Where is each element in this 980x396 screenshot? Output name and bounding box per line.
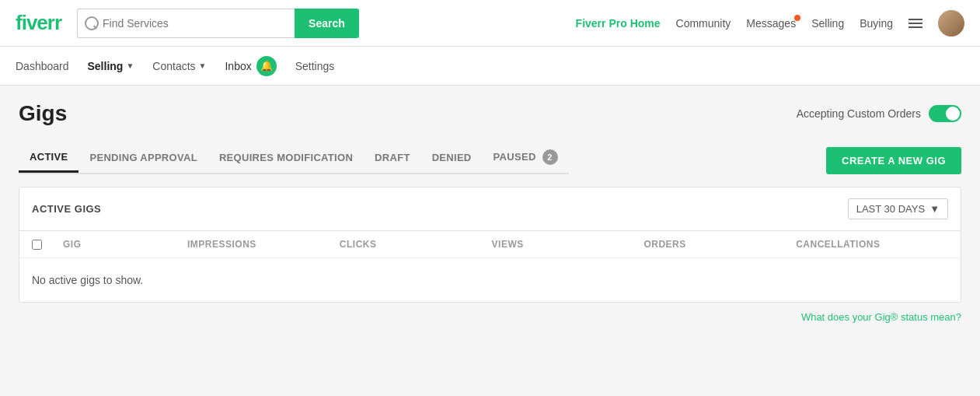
search-input[interactable] (77, 9, 295, 38)
logo[interactable]: fiverr (16, 11, 61, 35)
col-views: VIEWS (492, 239, 644, 250)
avatar-image (938, 10, 964, 37)
tab-draft[interactable]: DRAFT (364, 144, 421, 171)
col-cancellations: CANCELLATIONS (796, 239, 948, 250)
custom-orders-toggle[interactable] (929, 105, 961, 122)
paused-badge: 2 (542, 149, 558, 165)
empty-message: No active gigs to show. (19, 258, 961, 302)
col-clicks: CLICKS (340, 239, 492, 250)
nav-messages[interactable]: Messages (746, 17, 796, 30)
analytics-icon[interactable] (909, 19, 922, 28)
col-gig: GIG (63, 239, 187, 250)
nav-buying[interactable]: Buying (860, 17, 893, 30)
col-impressions: IMPRESSIONS (187, 239, 340, 250)
nav-community[interactable]: Community (676, 17, 731, 30)
gig-status-link[interactable]: What does your Gig® status mean? (801, 311, 961, 323)
secondary-nav: Dashboard Selling ▼ Contacts ▼ Inbox 🔔 S… (0, 47, 980, 86)
nav-inbox[interactable]: Inbox 🔔 (225, 56, 276, 76)
nav-pro-home[interactable]: Fiverr Pro Home (576, 17, 661, 30)
select-all-checkbox[interactable] (32, 239, 63, 250)
user-avatar[interactable] (938, 10, 964, 37)
footer-link-wrap: What does your Gig® status mean? (19, 303, 961, 323)
page-header: Gigs Accepting Custom Orders (19, 101, 961, 126)
tab-active[interactable]: ACTIVE (19, 143, 78, 173)
messages-notification-dot (794, 15, 800, 21)
date-filter-label: LAST 30 DAYS (856, 203, 925, 215)
tab-paused[interactable]: PAUSED 2 (483, 142, 569, 173)
table-header: ACTIVE GIGS LAST 30 DAYS ▼ (19, 187, 961, 231)
search-button[interactable]: Search (295, 9, 359, 38)
gig-tabs: ACTIVE PENDING APPROVAL REQUIRES MODIFIC… (19, 142, 569, 174)
main-content: Gigs Accepting Custom Orders ACTIVE PEND… (0, 86, 980, 396)
create-gig-button[interactable]: CREATE A NEW GIG (826, 147, 961, 174)
date-filter-dropdown[interactable]: LAST 30 DAYS ▼ (848, 198, 948, 219)
date-filter-chevron-icon: ▼ (929, 203, 940, 215)
search-icon-wrap (77, 9, 295, 38)
tab-requires-modification[interactable]: REQUIRES MODIFICATION (208, 144, 364, 171)
table-column-headers: GIG IMPRESSIONS CLICKS VIEWS ORDERS CANC… (19, 231, 961, 258)
nav-contacts[interactable]: Contacts ▼ (152, 47, 206, 85)
active-gigs-table: ACTIVE GIGS LAST 30 DAYS ▼ GIG IMPRESSIO… (19, 187, 961, 303)
selling-chevron-icon: ▼ (126, 61, 134, 70)
checkbox-all[interactable] (32, 240, 42, 250)
top-nav: fiverr Search Fiverr Pro Home Community … (0, 0, 980, 47)
nav-settings[interactable]: Settings (295, 47, 335, 85)
custom-orders-label: Accepting Custom Orders (797, 107, 921, 120)
nav-right: Fiverr Pro Home Community Messages Selli… (576, 10, 964, 37)
page-title: Gigs (19, 101, 67, 126)
tab-pending-approval[interactable]: PENDING APPROVAL (78, 144, 208, 171)
inbox-bell-icon: 🔔 (256, 56, 277, 76)
nav-selling[interactable]: Selling ▼ (88, 47, 134, 85)
search-bar: Search (77, 9, 359, 38)
col-orders: ORDERS (643, 239, 796, 250)
custom-orders-wrap: Accepting Custom Orders (797, 105, 961, 122)
nav-dashboard[interactable]: Dashboard (16, 47, 69, 85)
tab-denied[interactable]: DENIED (421, 144, 483, 171)
table-title: ACTIVE GIGS (32, 203, 101, 215)
toggle-knob (946, 107, 960, 121)
contacts-chevron-icon: ▼ (199, 61, 207, 70)
nav-selling[interactable]: Selling (811, 17, 844, 30)
